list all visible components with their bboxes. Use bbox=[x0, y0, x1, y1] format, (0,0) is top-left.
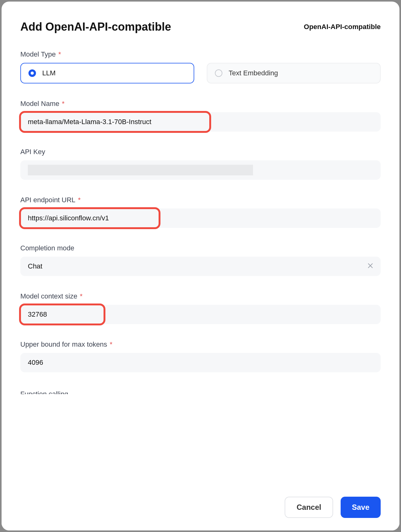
field-api-endpoint-url: API endpoint URL * bbox=[20, 196, 381, 228]
input-model-context-size[interactable] bbox=[20, 305, 381, 324]
label-api-endpoint-url: API endpoint URL * bbox=[20, 196, 381, 204]
required-asterisk: * bbox=[78, 292, 83, 300]
clear-completion-icon[interactable] bbox=[367, 262, 374, 270]
input-model-name[interactable] bbox=[20, 112, 381, 132]
save-button[interactable]: Save bbox=[341, 497, 381, 518]
radio-llm[interactable]: LLM bbox=[20, 63, 194, 83]
radio-text-embedding[interactable]: Text Embedding bbox=[207, 63, 381, 83]
field-model-type: Model Type * LLM Text Embedding bbox=[20, 50, 381, 83]
radio-unselected-icon bbox=[215, 69, 222, 77]
radio-selected-icon bbox=[28, 69, 36, 77]
radio-llm-label: LLM bbox=[42, 69, 56, 77]
field-max-tokens: Upper bound for max tokens * bbox=[20, 340, 381, 372]
label-function-calling: Function calling bbox=[20, 389, 381, 394]
add-model-modal: Add OpenAI-API-compatible OpenAI-API-com… bbox=[2, 2, 399, 530]
modal-provider-name: OpenAI-API-compatible bbox=[304, 23, 381, 31]
label-model-type: Model Type * bbox=[20, 50, 381, 58]
label-api-key: API Key bbox=[20, 148, 381, 156]
field-completion-mode: Completion mode bbox=[20, 244, 381, 276]
input-api-endpoint-url[interactable] bbox=[20, 208, 381, 228]
modal-title: Add OpenAI-API-compatible bbox=[20, 20, 171, 33]
field-api-key: API Key bbox=[20, 148, 381, 180]
field-model-context-size: Model context size * bbox=[20, 292, 381, 324]
select-completion-mode[interactable] bbox=[20, 257, 381, 276]
required-asterisk: * bbox=[56, 50, 61, 58]
radio-text-embedding-label: Text Embedding bbox=[229, 69, 278, 77]
required-asterisk: * bbox=[76, 196, 81, 204]
required-asterisk: * bbox=[108, 340, 113, 348]
input-api-key[interactable] bbox=[20, 160, 381, 180]
modal-body: Model Type * LLM Text Embedding Model Na… bbox=[2, 40, 399, 489]
api-key-redacted bbox=[28, 165, 253, 175]
modal-footer: Cancel Save bbox=[2, 489, 399, 530]
label-model-context-size: Model context size * bbox=[20, 292, 381, 300]
modal-header: Add OpenAI-API-compatible OpenAI-API-com… bbox=[2, 2, 399, 40]
field-model-name: Model Name * bbox=[20, 100, 381, 132]
required-asterisk: * bbox=[60, 100, 65, 108]
label-max-tokens: Upper bound for max tokens * bbox=[20, 340, 381, 349]
input-max-tokens[interactable] bbox=[20, 353, 381, 372]
label-completion-mode: Completion mode bbox=[20, 244, 381, 252]
cancel-button[interactable]: Cancel bbox=[285, 497, 333, 518]
label-model-name: Model Name * bbox=[20, 100, 381, 108]
